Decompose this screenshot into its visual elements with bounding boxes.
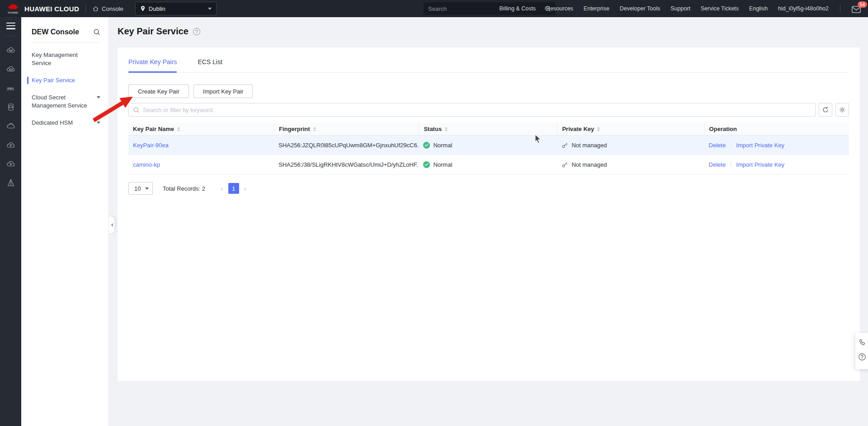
top-bar: HUAWEI HUAWEI CLOUD Console Dublin Billi… <box>0 0 868 17</box>
username[interactable]: hid_i0yl5g-i48o0ho2 <box>778 5 829 12</box>
key-pair-name-link[interactable]: KeyPair-90ea <box>133 142 169 149</box>
fingerprint-value: SHA256:JZQLR0l85cUPqUwm8GM+GjnxuhUf29cC6… <box>278 142 419 149</box>
tab-ecs-list[interactable]: ECS List <box>198 58 222 72</box>
tablet-cloud-icon[interactable] <box>1 98 20 117</box>
sidebar-item-label: Dedicated HSM <box>32 119 73 126</box>
menu-resources[interactable]: Resources <box>546 5 573 12</box>
import-private-key-link[interactable]: Import Private Key <box>736 161 784 168</box>
cloud-flag-icon[interactable] <box>1 154 20 173</box>
sidebar-nav: Key Management Service Key Pair Service … <box>21 47 108 131</box>
status-ok-icon <box>423 142 430 149</box>
sidebar-item-label: Key Pair Service <box>32 77 75 84</box>
status-text: Normal <box>433 161 452 168</box>
private-key-status: Not managed <box>571 161 607 168</box>
home-icon <box>92 5 99 12</box>
table-row: camino-kp SHA256:/38/SLigRKHtV8cWGatsc/U… <box>128 155 849 174</box>
menu-service-tickets[interactable]: Service Tickets <box>701 5 739 12</box>
huawei-logo-icon[interactable]: HUAWEI <box>5 4 21 14</box>
chevron-down-icon <box>97 96 100 98</box>
page-title: Key Pair Service <box>118 26 189 37</box>
sort-icon[interactable] <box>313 127 316 131</box>
sort-icon[interactable] <box>445 127 448 131</box>
cloud-icon[interactable] <box>1 117 20 136</box>
delete-link[interactable]: Delete <box>709 161 726 168</box>
menu-language[interactable]: English <box>749 5 768 12</box>
sort-icon[interactable] <box>177 127 180 131</box>
sidebar-item-cloud-secret-management[interactable]: Cloud Secret Management Service <box>21 89 108 114</box>
pyramid-icon[interactable] <box>1 173 20 192</box>
sidebar-item-key-pair-service[interactable]: Key Pair Service <box>21 72 108 89</box>
menu-billing[interactable]: Billing & Costs <box>500 5 536 12</box>
table-header: Key Pair Name Fingerprint Status Private… <box>128 123 849 136</box>
key-icon <box>561 161 568 168</box>
keyword-filter[interactable] <box>128 103 816 117</box>
chevron-down-icon <box>97 122 100 124</box>
column-key-pair-name: Key Pair Name <box>128 123 274 135</box>
region-value: Dublin <box>149 5 165 12</box>
delete-link[interactable]: Delete <box>709 142 726 149</box>
sidebar-title: DEW Console <box>32 28 79 36</box>
chevron-down-icon <box>208 8 212 10</box>
top-bar-menu: Billing & Costs Resources Enterprise Dev… <box>500 0 863 17</box>
current-page[interactable]: 1 <box>228 183 239 194</box>
menu-support[interactable]: Support <box>670 5 690 12</box>
divider <box>32 42 100 43</box>
prev-page-button[interactable]: ‹ <box>220 185 224 192</box>
menu-developer-tools[interactable]: Developer Tools <box>620 5 660 12</box>
divider <box>731 162 731 167</box>
key-pair-name-link[interactable]: camino-kp <box>133 161 160 168</box>
refresh-icon <box>822 106 829 113</box>
divider <box>5 36 16 36</box>
cloud-upload-icon[interactable] <box>1 136 20 154</box>
menu-enterprise[interactable]: Enterprise <box>584 5 609 12</box>
help-circle-icon[interactable] <box>858 353 866 361</box>
search-icon <box>133 107 140 113</box>
cloud-server-icon[interactable] <box>1 41 20 60</box>
column-operation: Operation <box>704 123 849 135</box>
waves-icon[interactable] <box>1 79 20 98</box>
create-key-pair-button[interactable]: Create Key Pair <box>128 84 189 98</box>
table-row: KeyPair-90ea SHA256:JZQLR0l85cUPqUwm8GM+… <box>128 136 849 155</box>
status-ok-icon <box>423 161 430 168</box>
content-card: Private Key Pairs ECS List Create Key Pa… <box>118 47 860 381</box>
hamburger-menu-icon[interactable] <box>6 23 15 29</box>
brand-title: HUAWEI CLOUD <box>24 5 79 13</box>
private-key-status: Not managed <box>571 142 607 149</box>
console-home-link[interactable]: Console <box>92 5 123 12</box>
status-text: Normal <box>433 142 452 149</box>
gear-icon <box>839 106 846 113</box>
cloud-storage-icon[interactable] <box>1 60 20 79</box>
location-pin-icon <box>140 5 146 12</box>
sidebar-item-label: Key Management Service <box>32 51 78 66</box>
divider <box>85 5 86 12</box>
region-select[interactable]: Dublin <box>135 2 217 15</box>
table-settings-button[interactable] <box>835 103 849 117</box>
page-help-icon[interactable]: ? <box>193 28 200 35</box>
page-size-value: 10 <box>134 185 141 192</box>
notifications-button[interactable]: 54 <box>852 3 863 14</box>
sidebar-item-dedicated-hsm[interactable]: Dedicated HSM <box>21 114 108 131</box>
column-private-key: Private Key <box>557 123 704 135</box>
keyword-filter-input[interactable] <box>143 107 811 113</box>
console-label: Console <box>102 5 123 12</box>
import-private-key-link[interactable]: Import Private Key <box>736 142 784 149</box>
tab-private-key-pairs[interactable]: Private Key Pairs <box>128 58 177 72</box>
refresh-button[interactable] <box>819 103 832 117</box>
fingerprint-value: SHA256:/38/SLigRKHtV8cWGatsc/UmiJ+D/yhZL… <box>278 161 419 168</box>
key-pair-table: Key Pair Name Fingerprint Status Private… <box>128 123 849 174</box>
tab-bar: Private Key Pairs ECS List <box>128 47 849 73</box>
service-rail <box>0 17 21 426</box>
sidebar-search-icon[interactable] <box>93 28 100 36</box>
support-float-panel <box>855 333 868 369</box>
huawei-flower-icon <box>7 4 19 12</box>
phone-icon[interactable] <box>858 338 866 346</box>
page-size-select[interactable]: 10 <box>128 182 153 195</box>
dew-sidebar: DEW Console Key Management Service Key P… <box>21 17 109 426</box>
sort-icon[interactable] <box>597 127 600 131</box>
next-page-button[interactable]: › <box>243 185 248 192</box>
sidebar-collapse-handle[interactable] <box>109 216 115 234</box>
sidebar-item-key-management-service[interactable]: Key Management Service <box>21 47 108 72</box>
divider <box>840 5 840 12</box>
total-records: Total Records: 2 <box>163 185 205 192</box>
import-key-pair-button[interactable]: Import Key Pair <box>193 84 253 98</box>
